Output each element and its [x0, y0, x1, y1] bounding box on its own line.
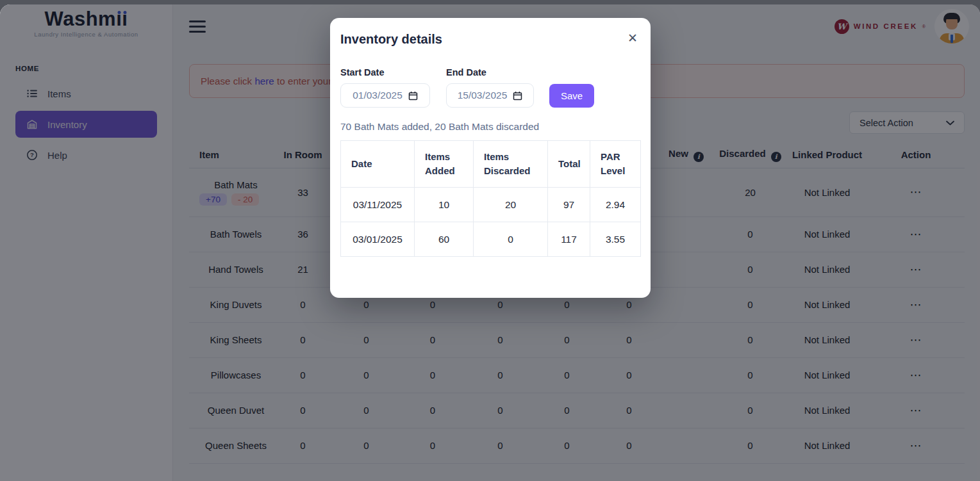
col-par-level: PAR Level	[590, 141, 641, 188]
save-button[interactable]: Save	[549, 84, 594, 108]
start-date-input[interactable]: 01/03/2025	[340, 83, 430, 108]
modal-summary-text: 70 Bath Mats added, 20 Bath Mats discard…	[340, 121, 640, 133]
app-frame: Washmıı Laundry Intelligence & Automatio…	[0, 4, 980, 481]
end-date-label: End Date	[446, 67, 534, 77]
start-date-label: Start Date	[340, 67, 430, 77]
modal-history-table: Date Items Added Items Discarded Total P…	[340, 140, 641, 257]
modal-table-row: 03/11/2025 10 20 97 2.94	[341, 188, 641, 222]
end-date-field: End Date 15/03/2025	[446, 67, 534, 108]
modal-title: Inventory details	[340, 32, 442, 47]
col-items-discarded: Items Discarded	[474, 141, 548, 188]
start-date-field: Start Date 01/03/2025	[340, 67, 430, 108]
modal-table-row: 03/01/2025 60 0 117 3.55	[341, 222, 641, 257]
calendar-icon	[513, 91, 522, 101]
col-total: Total	[548, 141, 590, 188]
col-items-added: Items Added	[415, 141, 474, 188]
inventory-details-modal: Inventory details ✕ Start Date 01/03/202…	[330, 18, 651, 298]
calendar-icon	[408, 91, 418, 101]
col-date: Date	[341, 141, 415, 188]
close-icon[interactable]: ✕	[627, 32, 638, 44]
modal-table-header-row: Date Items Added Items Discarded Total P…	[341, 141, 641, 188]
end-date-input[interactable]: 15/03/2025	[446, 83, 534, 108]
